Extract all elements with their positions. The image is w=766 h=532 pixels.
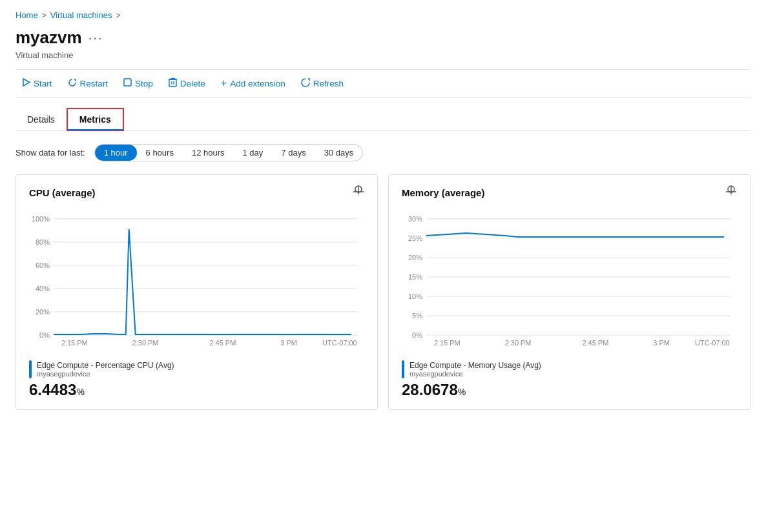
stop-button[interactable]: Stop [117,76,160,91]
refresh-icon [301,78,310,89]
cpu-chart-svg: 100% 80% 60% 40% 20% 0% 2:15 PM 2:30 PM … [29,210,364,352]
time-btn-1day[interactable]: 1 day [234,145,273,161]
memory-chart-footer: Edge Compute - Memory Usage (Avg) myaseg… [402,360,737,399]
svg-text:3 PM: 3 PM [280,339,297,347]
svg-text:100%: 100% [32,215,50,223]
svg-text:3 PM: 3 PM [653,339,670,347]
page-title-row: myazvm ··· [16,28,750,48]
svg-marker-0 [23,79,30,86]
add-extension-button[interactable]: + Add extension [214,76,292,91]
add-icon: + [221,78,227,88]
restart-icon [68,78,77,89]
svg-text:40%: 40% [36,285,50,292]
restart-button[interactable]: Restart [61,76,115,92]
tabs: Details Metrics [16,108,750,131]
time-filter-group: 1 hour 6 hours 12 hours 1 day 7 days 30 … [94,144,364,161]
svg-text:2:15 PM: 2:15 PM [434,339,461,347]
tab-details[interactable]: Details [16,108,67,130]
cpu-pin-button[interactable] [353,185,364,200]
time-btn-1hour[interactable]: 1 hour [95,145,137,161]
svg-text:UTC-07:00: UTC-07:00 [695,339,730,347]
page-subtitle: Virtual machine [16,50,750,60]
memory-legend-label: Edge Compute - Memory Usage (Avg) [409,361,541,370]
svg-text:0%: 0% [412,331,422,339]
breadcrumb-sep2: > [116,11,121,20]
cpu-chart-card: CPU (average) 100% 80% 60% 40% 20% 0% [16,174,378,410]
svg-text:20%: 20% [36,308,50,316]
cpu-metric-value: 6.4483% [29,381,364,399]
tab-metrics[interactable]: Metrics [67,108,124,131]
refresh-button[interactable]: Refresh [295,76,350,92]
svg-text:10%: 10% [408,292,422,300]
memory-chart-svg: 30% 25% 20% 15% 10% 5% 0% 2:15 PM 2:30 P… [402,210,737,352]
cpu-chart-footer: Edge Compute - Percentage CPU (Avg) myas… [29,360,364,399]
stop-icon [123,78,132,88]
start-icon [22,78,30,88]
cpu-legend-label: Edge Compute - Percentage CPU (Avg) [37,361,174,370]
start-button[interactable]: Start [16,76,59,91]
svg-text:2:45 PM: 2:45 PM [209,339,236,347]
time-btn-6hours[interactable]: 6 hours [137,145,183,161]
breadcrumb: Home > Virtual machines > [16,10,750,20]
cpu-legend-bar [29,360,32,378]
svg-text:2:30 PM: 2:30 PM [505,339,532,347]
svg-text:0%: 0% [39,331,50,339]
svg-text:60%: 60% [36,261,50,269]
cpu-legend-device: myasegpudevice [37,370,174,378]
cpu-chart-header: CPU (average) [29,185,364,200]
svg-rect-2 [169,79,176,87]
toolbar: Start Restart Stop Delete + Add extensio… [16,69,750,97]
time-btn-7days[interactable]: 7 days [272,145,315,161]
svg-text:2:30 PM: 2:30 PM [132,339,159,347]
svg-text:80%: 80% [36,238,50,246]
svg-text:2:15 PM: 2:15 PM [61,339,88,347]
memory-legend-device: myasegpudevice [409,370,541,378]
svg-text:15%: 15% [408,273,422,281]
memory-chart-card: Memory (average) 30% 25% 20% 15% 10% 5% … [388,174,750,410]
svg-text:20%: 20% [408,254,422,261]
time-filter-label: Show data for last: [16,148,85,158]
svg-text:2:45 PM: 2:45 PM [582,339,608,347]
time-btn-30days[interactable]: 30 days [315,145,363,161]
svg-text:30%: 30% [408,215,422,223]
memory-metric-value: 28.0678% [402,381,737,399]
breadcrumb-home[interactable]: Home [16,10,38,20]
more-options-button[interactable]: ··· [88,30,103,45]
delete-button[interactable]: Delete [162,75,212,92]
delete-icon [169,77,177,89]
memory-chart-title: Memory (average) [402,187,484,198]
time-btn-12hours[interactable]: 12 hours [183,145,234,161]
svg-rect-1 [124,79,131,86]
page-title: myazvm [16,28,82,48]
memory-legend-bar [402,360,404,378]
memory-chart-header: Memory (average) [402,185,737,200]
breadcrumb-sep1: > [42,11,47,20]
time-filter-row: Show data for last: 1 hour 6 hours 12 ho… [16,144,750,161]
svg-text:5%: 5% [412,312,422,320]
memory-pin-button[interactable] [725,185,737,200]
svg-text:25%: 25% [408,234,422,242]
cpu-chart-title: CPU (average) [29,187,96,198]
breadcrumb-vms[interactable]: Virtual machines [50,10,112,20]
charts-grid: CPU (average) 100% 80% 60% 40% 20% 0% [16,174,750,410]
svg-text:UTC-07:00: UTC-07:00 [322,339,357,347]
